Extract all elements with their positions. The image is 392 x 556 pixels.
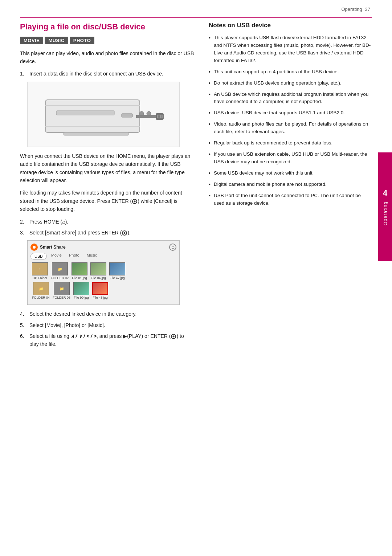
ss-file-img1: File 01.jpg [72,262,87,280]
ss-logo [30,244,38,251]
note-8: If you use an USB extension cable, USB H… [209,151,372,166]
svg-rect-3 [45,105,140,106]
step-4: 4. Select the desired linked device in t… [20,310,194,318]
badge-movie: MOVIE [20,37,43,44]
notes-list: This player supports USB flash drive/ext… [209,34,372,207]
page-title: Playing a file on disc/USB device [20,22,194,32]
badge-photo: PHOTO [70,37,95,44]
step-3-num: 3. [20,229,26,237]
para2: File loading may takes few minutes depen… [20,189,194,213]
ss-icon-img4 [73,282,89,295]
step-1-text: Insert a data disc in the disc slot or c… [29,70,163,78]
ss-icon-folder05: 📁 [54,282,70,295]
ss-icon-folder04: 📁 [33,282,49,295]
ss-icon-img5 [92,282,108,295]
ss-icon-folder02: 📁 [52,262,68,275]
ss-icon-img3 [109,262,125,275]
enter-icon-3 [171,334,176,339]
notes-title: Notes on USB device [209,22,372,29]
top-rule [20,17,372,18]
steps-4-6: 4. Select the desired linked device in t… [20,310,194,348]
intro-text: This player can play video, audio and ph… [20,49,194,66]
ss-tab-music-label[interactable]: Music [87,253,97,259]
ss-label-folder05: FOLDER 05 [53,296,70,299]
step-2-num: 2. [20,218,26,226]
note-1: This player supports USB flash drive/ext… [209,34,372,65]
arrow-keys: ∧ / ∨ / < / > [71,333,97,339]
steps-list-2: 2. Press HOME (⌂). 3. Select [Smart Shar… [20,218,194,237]
smart-share-screenshot: Smart Share ⊙ USB Movie Photo Music ↑ UP… [27,240,180,305]
right-column: Notes on USB device This player supports… [209,22,372,211]
step-3: 3. Select [Smart Share] and press ENTER … [20,229,194,237]
side-tab: 4 Operating [378,152,392,261]
step-6-text: Select a file using ∧ / ∨ / < / >, and p… [29,332,194,348]
ss-icon-upfolder: ↑ [32,262,48,275]
ss-tab-movie-label[interactable]: Movie [51,253,62,259]
ss-tabs: USB Movie Photo Music [30,253,176,259]
note-7: Regular back up is recommended to preven… [209,139,372,147]
step-6: 6. Select a file using ∧ / ∨ / < / >, an… [20,332,194,348]
ss-title-text: Smart Share [40,245,66,250]
step-5-text: Select [Movie], [Photo] or [Music]. [29,321,105,329]
ss-tab-usb[interactable]: USB [30,253,47,259]
ss-file-folder04: 📁 FOLDER 04 [32,282,50,299]
ss-file-img5: File 48.jpg [92,282,108,299]
svg-rect-4 [45,126,140,127]
step-4-num: 4. [20,310,26,318]
badge-row: MOVIE MUSIC PHOTO [20,37,194,44]
badge-music: MUSIC [45,37,68,44]
svg-rect-13 [64,132,129,135]
ss-files-row-2: 📁 FOLDER 04 📁 FOLDER 05 File 90.jpg File… [30,282,176,299]
note-5: USB device: USB device that supports USB… [209,109,372,117]
note-9: Some USB device may not work with this u… [209,169,372,177]
note-10: Digital camera and mobile phone are not … [209,181,372,188]
step-5-num: 5. [20,321,26,329]
ss-file-img3: File 47.jpg [109,262,125,280]
ss-file-upfolder: ↑ UP Folder [32,262,48,280]
note-2: This unit can support up to 4 partitions… [209,68,372,76]
ss-file-img2: File 04.jpg [90,262,106,280]
ss-label-img2: File 04.jpg [91,276,106,280]
usb-illustration [27,82,180,147]
ss-title: Smart Share [30,244,66,251]
step-2: 2. Press HOME (⌂). [20,218,194,226]
svg-rect-1 [56,111,114,115]
step-2-text: Press HOME (⌂). [29,218,68,226]
side-tab-label: Operating [383,201,388,225]
side-tab-number: 4 [383,188,387,198]
ss-label-img3: File 47.jpg [110,276,125,280]
ss-icon-img2 [90,262,106,275]
ss-label-img1: File 01.jpg [72,276,87,280]
ss-file-folder05: 📁 FOLDER 05 [53,282,70,299]
note-3: Do not extract the USB device during ope… [209,79,372,87]
ss-label-img5: File 48.jpg [93,296,108,299]
svg-rect-7 [136,115,156,118]
ss-header: Smart Share ⊙ [30,244,176,251]
page-number: 37 [365,7,370,12]
ss-label-upfolder: UP Folder [33,276,47,280]
ss-logo-inner [33,246,36,249]
ss-tab-photo-label[interactable]: Photo [69,253,79,259]
usb-svg [34,85,172,143]
enter-icon-2 [122,230,127,236]
step-1-num: 1. [20,70,26,78]
left-column: Playing a file on disc/USB device MOVIE … [20,22,194,351]
ss-label-folder04: FOLDER 04 [32,296,50,299]
step-1: 1. Insert a data disc in the disc slot o… [20,70,194,78]
svg-rect-2 [122,114,132,117]
step-6-num: 6. [20,332,26,348]
ss-files-row-1: ↑ UP Folder 📁 FOLDER 02 File 01.jpg File… [30,262,176,280]
ss-label-img4: File 90.jpg [74,296,89,299]
steps-list: 1. Insert a data disc in the disc slot o… [20,70,194,78]
enter-icon [132,199,137,204]
para1: When you connect the USB device on the H… [20,152,194,185]
step-4-text: Select the desired linked device in the … [29,310,136,318]
note-6: Video, audio and photo files can be play… [209,120,372,136]
ss-file-img4: File 90.jpg [73,282,89,299]
ss-label-folder02: FOLDER 02 [51,276,69,280]
step-5: 5. Select [Movie], [Photo] or [Music]. [20,321,194,329]
section-label: Operating [341,7,362,12]
note-11: USB Port of the unit cannot be connected… [209,192,372,207]
ss-file-folder02: 📁 FOLDER 02 [51,262,69,280]
page-header: Operating 37 [341,7,370,12]
